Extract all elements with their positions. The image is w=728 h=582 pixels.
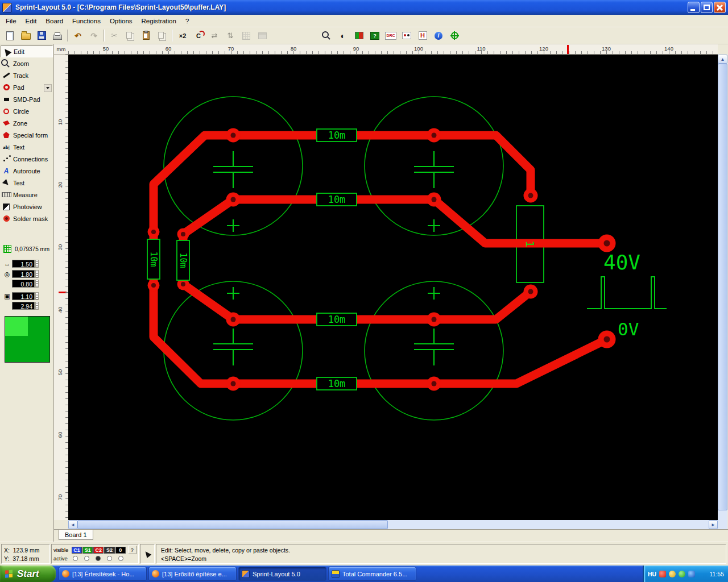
active-layer-radio-c2[interactable]	[96, 556, 101, 561]
board-tab[interactable]: Board 1	[59, 530, 93, 540]
scroll-left-button[interactable]: ◄	[68, 520, 77, 529]
active-layer-radio-0[interactable]	[118, 556, 123, 561]
copy-button[interactable]	[122, 28, 138, 43]
check-button[interactable]: ?	[367, 28, 383, 43]
start-button[interactable]: Start	[0, 566, 56, 582]
tool-smd-pad[interactable]: SMD-Pad	[1, 93, 53, 105]
voltage-label-40v[interactable]: 40V	[603, 251, 640, 274]
layer-help-button[interactable]: ?	[128, 546, 136, 554]
messenger-icon[interactable]	[679, 571, 685, 577]
tool-edit[interactable]: Edit	[1, 45, 53, 57]
tool-zoom[interactable]: Zoom	[1, 57, 53, 69]
taskbar-task-4[interactable]: Total Commander 6.5...	[328, 567, 416, 581]
hpgl-button[interactable]: H	[415, 28, 431, 43]
horizontal-scroll-thumb[interactable]	[77, 520, 388, 529]
print-button[interactable]	[49, 28, 65, 43]
volume-icon[interactable]	[669, 571, 676, 577]
menu-file[interactable]: File	[1, 16, 21, 26]
taskbar-task-3[interactable]: Sprint-Layout 5.0	[238, 567, 326, 581]
menu-options[interactable]: Options	[105, 16, 137, 26]
pad-outer-field[interactable]: 1.80	[12, 270, 35, 278]
save-button[interactable]	[34, 28, 49, 43]
layer-chip-c2[interactable]: C2	[93, 547, 104, 554]
taskbar-task-2[interactable]: [13] Erősítő építése e...	[148, 567, 237, 581]
scroll-up-button[interactable]: ▲	[718, 55, 727, 64]
track-width-field[interactable]: 1.50	[12, 260, 35, 268]
tool-autoroute[interactable]: AAutoroute	[1, 165, 53, 177]
close-button[interactable]	[714, 2, 726, 13]
smd-height-spinner[interactable]	[35, 302, 39, 310]
taskbar-task-1[interactable]: [13] Értesítések - Ho...	[59, 567, 147, 581]
active-layer-radio-c1[interactable]	[73, 556, 78, 561]
vertical-scrollbar[interactable]: ▲ ▼	[718, 55, 727, 529]
undo-button[interactable]	[70, 28, 86, 43]
open-button[interactable]	[18, 28, 34, 43]
track-width-spinner[interactable]	[35, 260, 39, 268]
board-canvas[interactable]: 10m 10m 10m 10m 10m 10m 1 40V 0V	[68, 55, 718, 520]
clock[interactable]: 11:55	[710, 571, 725, 577]
active-layer-radio-s2[interactable]	[107, 556, 112, 561]
origin-button[interactable]	[446, 28, 462, 43]
photoview-button[interactable]	[335, 28, 351, 43]
tool-connections[interactable]: Connections	[1, 153, 53, 165]
layer-chip-s1[interactable]: S1	[82, 547, 93, 554]
pad-dropdown-button[interactable]	[44, 84, 52, 92]
duplicate-button[interactable]	[154, 28, 170, 43]
display-icon[interactable]	[688, 571, 695, 577]
layer-color-swatch[interactable]	[5, 316, 50, 363]
capacitor-outlines[interactable]	[164, 97, 503, 420]
menu-registration[interactable]: Registration	[137, 16, 181, 26]
layer-colors-button[interactable]	[351, 28, 367, 43]
drc-button[interactable]: DRC	[383, 28, 399, 43]
menu-functions[interactable]: Functions	[68, 16, 105, 26]
layer-chip-0[interactable]: 0	[115, 547, 126, 554]
tool-zone[interactable]: Zone	[1, 117, 53, 129]
mirror-horizontal-button[interactable]	[206, 28, 222, 43]
pad-outer-spinner[interactable]	[35, 270, 39, 278]
tool-test[interactable]: Test	[1, 177, 53, 189]
minimize-button[interactable]	[688, 2, 700, 13]
tool-special-form[interactable]: Special form	[1, 129, 53, 141]
tool-text[interactable]: ab|Text	[1, 141, 53, 153]
layer-chip-c1[interactable]: C1	[72, 547, 82, 554]
mirror-vertical-button[interactable]	[222, 28, 238, 43]
pulse-waveform[interactable]	[587, 277, 667, 309]
align-grid-button[interactable]	[238, 28, 254, 43]
antivirus-icon[interactable]	[659, 571, 666, 577]
cut-button[interactable]	[106, 28, 122, 43]
resistors[interactable]: 10m 10m 10m 10m 10m 10m	[147, 129, 357, 390]
language-indicator[interactable]: HU	[648, 571, 656, 577]
new-button[interactable]	[2, 28, 18, 43]
info-button[interactable]: i	[431, 28, 446, 43]
smd-width-field[interactable]: 1.10	[12, 292, 35, 300]
redo-button[interactable]	[86, 28, 102, 43]
tool-measure[interactable]: Measure	[1, 189, 53, 201]
scale-x2-button[interactable]: ×2	[175, 28, 191, 43]
pad-drill-field[interactable]: 0.80	[12, 280, 35, 288]
tool-photoview[interactable]: Photoview	[1, 201, 53, 213]
menu-help[interactable]: ?	[181, 16, 193, 26]
tool-track[interactable]: Track	[1, 69, 53, 81]
library-button[interactable]	[254, 28, 270, 43]
pads[interactable]	[148, 128, 616, 391]
scroll-right-button[interactable]: ►	[709, 520, 718, 529]
grid-setting-button[interactable]: 0,079375 mm	[2, 244, 49, 253]
active-layer-radio-s1[interactable]	[84, 556, 89, 561]
maximize-button[interactable]	[701, 2, 713, 13]
gerber-button[interactable]	[399, 28, 415, 43]
paste-button[interactable]	[138, 28, 154, 43]
horizontal-scrollbar[interactable]: ◄ ►	[68, 520, 718, 529]
smd-width-spinner[interactable]	[35, 292, 39, 300]
rotate-button[interactable]: C	[191, 28, 206, 43]
tool-pad[interactable]: Pad	[1, 81, 53, 93]
zoom-button[interactable]	[319, 28, 335, 43]
menu-edit[interactable]: Edit	[21, 16, 42, 26]
smd-height-field[interactable]: 2.94	[12, 302, 35, 310]
vertical-scroll-thumb[interactable]	[718, 64, 727, 510]
pad-drill-spinner[interactable]	[35, 280, 39, 288]
layer-chip-s2[interactable]: S2	[104, 547, 114, 554]
capacitor-symbols[interactable]	[213, 151, 454, 365]
voltage-label-0v[interactable]: 0V	[618, 319, 639, 339]
tool-solder-mask[interactable]: Solder mask	[1, 213, 53, 225]
tool-circle[interactable]: Circle	[1, 105, 53, 117]
